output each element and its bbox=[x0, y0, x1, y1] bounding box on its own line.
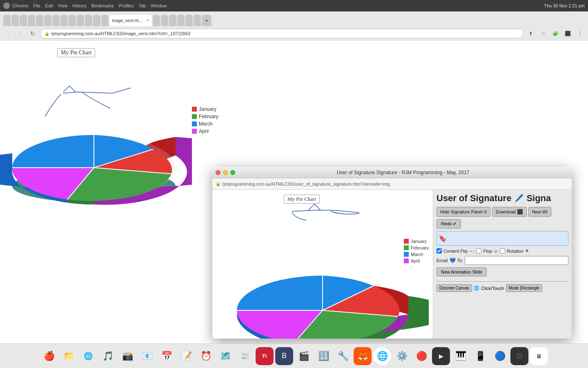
tab-item[interactable] bbox=[93, 15, 100, 26]
canvas-mode-row: Discrete Canvas 🌐 Click/Touch Mode [Rect… bbox=[437, 284, 568, 292]
new-animation-slide-button[interactable]: New Animation Slide bbox=[437, 267, 487, 276]
dock-icon-chrome[interactable]: 🌐 bbox=[373, 347, 391, 365]
tab-item[interactable] bbox=[177, 15, 185, 26]
dock-icon-app10[interactable]: 🎹 bbox=[452, 347, 470, 365]
dock-icon-mail[interactable]: 📧 bbox=[138, 347, 156, 365]
extensions-button[interactable]: 🧩 bbox=[550, 29, 560, 38]
tab-item[interactable] bbox=[194, 15, 201, 26]
tab-item[interactable] bbox=[169, 15, 176, 26]
float-url-bar: 🔒 rjmprogramming.com.au/HTMLCSS/user_of_… bbox=[212, 178, 572, 190]
dock-icon-app11[interactable]: 📱 bbox=[471, 347, 489, 365]
address-text: rjmprogramming.com.au/HTMLCSS/image_venn… bbox=[51, 31, 190, 36]
dock-icon-app4[interactable]: 🔢 bbox=[314, 347, 332, 365]
tab-item[interactable] bbox=[77, 15, 84, 26]
dock-icon-app5[interactable]: 🔧 bbox=[334, 347, 352, 365]
browser-menu-bar: Chrome File Edit View History Bookmarks … bbox=[0, 0, 588, 11]
tab-item[interactable] bbox=[101, 15, 109, 26]
flop-checkbox[interactable] bbox=[476, 248, 481, 254]
redo-button[interactable]: Redo ✔ bbox=[437, 219, 461, 229]
dock-icon-music[interactable]: 🎵 bbox=[99, 347, 117, 365]
float-window: User of Signature Signature - RJM Progra… bbox=[212, 167, 572, 339]
dock-icon-app3[interactable]: 🎬 bbox=[295, 347, 313, 365]
dock-icon-maps[interactable]: 🗺️ bbox=[216, 347, 234, 365]
dock-icon-app6[interactable]: 🦊 bbox=[354, 347, 372, 365]
dock-icon-app8[interactable]: 🔴 bbox=[412, 347, 430, 365]
system-time: Thu 30 Nov 2:21 pm bbox=[544, 3, 585, 8]
tab-item[interactable] bbox=[161, 15, 168, 26]
tab-item[interactable] bbox=[60, 15, 68, 26]
email-row: Email 💙 To: bbox=[437, 256, 568, 265]
tab-item[interactable] bbox=[85, 15, 92, 26]
tab-item[interactable] bbox=[36, 15, 43, 26]
float-url-text: rjmprogramming.com.au/HTMLCSS/user_of_si… bbox=[222, 182, 390, 186]
dock-icon-launchpad[interactable]: 📁 bbox=[60, 347, 78, 365]
tab-strip: image_venn.htm — rjmprogramming ✕ + bbox=[3, 11, 585, 26]
dock-icon-app14[interactable]: 🖥 bbox=[530, 347, 548, 365]
tab-item[interactable] bbox=[3, 15, 11, 26]
active-tab-label: image_venn.htm — rjmprogramming bbox=[112, 18, 145, 23]
dock-icon-notes[interactable]: 📝 bbox=[177, 347, 195, 365]
forward-button[interactable]: › bbox=[16, 29, 25, 38]
new-wi-button[interactable]: New Wi bbox=[528, 207, 551, 217]
refresh-button[interactable]: ↻ bbox=[28, 29, 38, 38]
hide-signature-panel-button[interactable]: Hide Signature Panel ≡ bbox=[437, 207, 490, 217]
close-button[interactable] bbox=[216, 170, 220, 175]
menu-bookmarks[interactable]: Bookmarks bbox=[91, 3, 114, 8]
tab-item[interactable] bbox=[11, 15, 19, 26]
dock-icon-app2[interactable]: B bbox=[275, 347, 293, 365]
maximize-button[interactable] bbox=[230, 170, 235, 175]
float-titlebar: User of Signature Signature - RJM Progra… bbox=[212, 167, 572, 178]
minimize-button[interactable] bbox=[223, 170, 228, 175]
menu-tab[interactable]: Tab bbox=[138, 3, 146, 8]
rotation-checkbox[interactable] bbox=[500, 248, 505, 254]
float-legend-color-mar bbox=[404, 252, 409, 257]
dock-icon-finder[interactable]: 🍎 bbox=[40, 347, 58, 365]
menu-file[interactable]: File bbox=[33, 3, 40, 8]
reader-mode-button[interactable]: ⬛ bbox=[563, 29, 572, 38]
tab-active[interactable]: image_venn.htm — rjmprogramming ✕ bbox=[109, 15, 152, 26]
dock-icon-calendar[interactable]: 📅 bbox=[158, 347, 176, 365]
mode-button[interactable]: Mode [Rectangle bbox=[506, 284, 543, 292]
signature-panel: User of Signature 🖊️ Signa Hide Signatur… bbox=[433, 190, 572, 339]
menu-button[interactable]: ⋮ bbox=[575, 29, 585, 38]
dock-icon-app12[interactable]: 🔵 bbox=[491, 347, 509, 365]
float-pie-chart bbox=[212, 206, 429, 339]
dock-icon-app9[interactable]: ▶ bbox=[432, 347, 450, 365]
back-button[interactable]: ‹ bbox=[3, 29, 13, 38]
tab-new[interactable]: + bbox=[202, 15, 212, 26]
tab-close-icon[interactable]: ✕ bbox=[146, 18, 149, 22]
float-legend-color-feb bbox=[404, 245, 409, 250]
tab-item[interactable] bbox=[69, 15, 76, 26]
tab-item[interactable] bbox=[153, 15, 160, 26]
click-touch-label: Click/Touch bbox=[481, 286, 504, 291]
dock-icon-photos[interactable]: 📸 bbox=[118, 347, 136, 365]
menu-view[interactable]: View bbox=[58, 3, 68, 8]
bookmark-button[interactable]: ☆ bbox=[538, 29, 548, 38]
download-button[interactable]: Download ⬛ bbox=[492, 207, 527, 217]
dock-icon-app1[interactable]: Fi bbox=[256, 347, 274, 365]
content-flip-checkbox[interactable] bbox=[437, 248, 442, 254]
chrome-logo bbox=[3, 2, 10, 9]
discrete-canvas-button[interactable]: Discrete Canvas bbox=[437, 284, 472, 292]
dock-icon-safari[interactable]: 🌐 bbox=[79, 347, 97, 365]
menu-history[interactable]: History bbox=[72, 3, 86, 8]
email-input[interactable] bbox=[465, 256, 568, 265]
tab-item[interactable] bbox=[44, 15, 51, 26]
share-button[interactable]: ⬆ bbox=[526, 29, 536, 38]
menu-chrome[interactable]: Chrome bbox=[12, 3, 28, 8]
download-btn-label: Download bbox=[496, 209, 516, 214]
dock-icon-app7[interactable]: ⚙️ bbox=[393, 347, 411, 365]
tab-item[interactable] bbox=[185, 15, 193, 26]
menu-profiles[interactable]: Profiles bbox=[119, 3, 134, 8]
menu-window[interactable]: Window bbox=[151, 3, 167, 8]
legend-label-february: February bbox=[199, 114, 218, 119]
tab-item[interactable] bbox=[20, 15, 27, 26]
menu-edit[interactable]: Edit bbox=[45, 3, 53, 8]
tab-item[interactable] bbox=[28, 15, 35, 26]
dock-icon-news[interactable]: 📰 bbox=[236, 347, 254, 365]
dock-icon-reminders[interactable]: ⏰ bbox=[197, 347, 215, 365]
tab-item[interactable] bbox=[52, 15, 60, 26]
download-btn-icon: ⬛ bbox=[517, 209, 523, 215]
dock-icon-app13[interactable]: ⬛ bbox=[510, 347, 528, 365]
address-bar[interactable]: 🔒 rjmprogramming.com.au/HTMLCSS/image_ve… bbox=[40, 29, 523, 38]
